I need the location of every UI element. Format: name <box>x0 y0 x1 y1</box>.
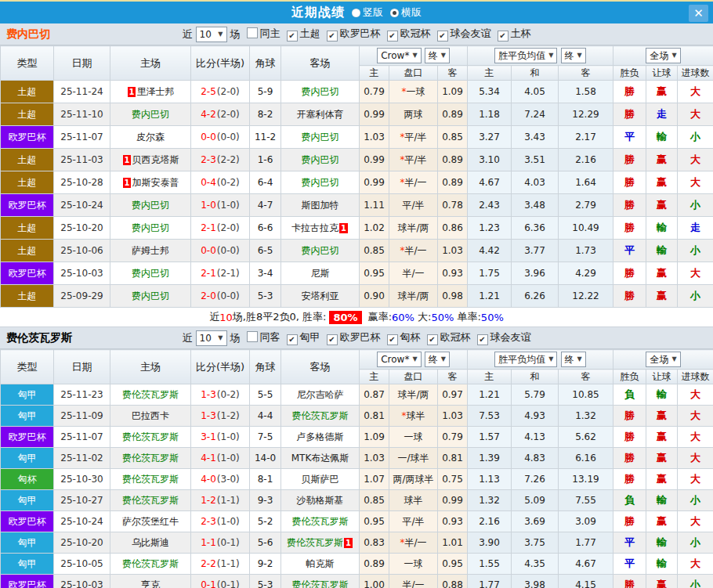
avg-home-win: 4.42 <box>468 240 512 262</box>
corner-score: 8-1 <box>250 469 281 490</box>
odds-home: 0.81 <box>360 406 389 427</box>
avg-home-win: 3.27 <box>468 126 512 149</box>
odds-home: 0.90 <box>360 285 389 308</box>
col-date: 日期 <box>54 350 110 384</box>
summary-text: 大: <box>414 310 432 324</box>
avg-type-select[interactable]: 胜平负均值▼ <box>494 352 557 367</box>
horizontal-radio-label[interactable]: 横版 <box>401 5 422 20</box>
result-wdl: 勝 <box>613 469 646 490</box>
avg-draw: 3.69 <box>512 511 559 532</box>
fulltime-score: 1-0 <box>201 200 216 211</box>
recent-count-select[interactable]: 10▼ <box>196 330 227 346</box>
result-handicap: 赢 <box>646 171 678 194</box>
col-avg-draw: 和 <box>512 370 559 384</box>
odds-company-select[interactable]: Crow*▼ <box>377 48 421 63</box>
col-handicap: 盘口 <box>389 370 438 384</box>
filter-checkbox-同客[interactable] <box>247 331 258 342</box>
col-corner: 角球 <box>250 46 281 81</box>
avg-type-select[interactable]: 胜平负均值▼ <box>494 48 557 63</box>
chevron-down-icon: ▼ <box>671 49 676 63</box>
col-avg-home: 主 <box>468 370 512 384</box>
avg-draw: 5.79 <box>512 384 559 406</box>
over-rate: 50% <box>431 312 454 323</box>
home-team: 乌比斯迪 <box>110 532 191 554</box>
avg-time-select[interactable]: 终▼ <box>561 352 586 367</box>
odds-away: 0.85 <box>438 126 468 149</box>
filter-checkbox-土超[interactable] <box>287 31 298 41</box>
filter-checkbox-匈甲[interactable] <box>287 334 298 345</box>
avg-draw: 4.03 <box>512 171 559 194</box>
home-team: 费伦茨瓦罗斯 <box>110 427 191 448</box>
filter-checkbox-球会友谊[interactable] <box>437 31 448 41</box>
corner-score: 5-3 <box>250 285 281 308</box>
corner-score: 5-6 <box>250 532 281 554</box>
avg-away-win: 2.16 <box>559 149 613 171</box>
avg-time-select[interactable]: 终▼ <box>561 48 586 63</box>
filter-checkbox-欧冠杯[interactable] <box>427 334 438 345</box>
result-wdl: 勝 <box>613 448 646 469</box>
filter-checkbox-土杯[interactable] <box>498 31 509 41</box>
fulltime-score: 4-2 <box>201 109 216 120</box>
odds-home: 0.89 <box>360 554 389 575</box>
fulltime-score: 1-3 <box>201 389 216 400</box>
away-team: MTK布达佩斯 <box>281 448 360 469</box>
home-team: 皮尔森 <box>110 126 191 149</box>
away-team: 费伦茨瓦罗斯 <box>281 575 360 588</box>
result-goals: 小 <box>678 240 713 262</box>
col-result-goals: 进球数 <box>678 66 713 81</box>
odds-time-select[interactable]: 终▼ <box>425 352 450 367</box>
avg-away-win: 1.64 <box>559 171 613 194</box>
home-team: 巴拉西卡 <box>110 406 191 427</box>
filter-label: 欧冠杯 <box>440 331 471 343</box>
vertical-radio[interactable] <box>352 9 360 17</box>
avg-draw: 6.26 <box>512 285 559 308</box>
halftime-score: (0-1) <box>217 537 240 548</box>
handicap-line: *平/半 <box>389 126 438 149</box>
col-away: 客场 <box>281 350 360 384</box>
halftime-score: (2-1) <box>217 268 240 279</box>
filter-label: 匈甲 <box>300 331 320 343</box>
filter-checkbox-欧罗巴杯[interactable] <box>327 31 338 41</box>
recent-count-select[interactable]: 10▼ <box>196 27 227 42</box>
odds-home: 0.95 <box>360 511 389 532</box>
match-score: 0-0(0-0) <box>191 126 250 149</box>
filter-checkbox-同主[interactable] <box>247 27 258 38</box>
col-score: 比分(半场) <box>191 46 250 81</box>
close-icon[interactable]: ✕ <box>689 5 708 22</box>
avg-type-value: 胜平负均值 <box>498 49 545 63</box>
result-handicap: 赢 <box>646 427 678 448</box>
avg-away-win: 5.62 <box>559 427 613 448</box>
league-badge: 欧罗巴杯 <box>1 575 54 588</box>
scope-select[interactable]: 全场▼ <box>646 352 680 367</box>
odds-away: 0.93 <box>438 262 468 285</box>
handicap-line: 球半/两 <box>389 285 438 308</box>
result-wdl: 負 <box>613 490 646 511</box>
odds-home: 1.11 <box>360 194 389 217</box>
odds-time-select[interactable]: 终▼ <box>425 48 450 63</box>
red-card-badge: 1 <box>123 178 132 188</box>
horizontal-radio[interactable] <box>390 9 399 17</box>
handicap-line: 半/一 <box>389 262 438 285</box>
corner-score: 8-2 <box>250 103 281 126</box>
avg-home-win: 1.21 <box>468 285 512 308</box>
odds-home: 0.85 <box>360 490 389 511</box>
away-team: 费伦茨瓦罗斯 <box>281 511 360 532</box>
filter-checkbox-欧冠杯[interactable] <box>387 31 398 41</box>
filter-checkbox-匈杯[interactable] <box>387 334 398 345</box>
avg-home-win: 1.13 <box>468 469 512 490</box>
result-goals: 小 <box>678 490 713 511</box>
avg-home-win: 1.39 <box>468 448 512 469</box>
result-handicap: 赢 <box>646 81 678 103</box>
match-date: 25-11-07 <box>54 126 110 149</box>
away-team: 费内巴切 <box>281 81 360 103</box>
changed-line-star: * <box>400 537 404 548</box>
scope-select[interactable]: 全场▼ <box>646 48 680 63</box>
filter-checkbox-球会友谊[interactable] <box>477 334 488 345</box>
odds-home: 0.79 <box>360 81 389 103</box>
vertical-radio-label[interactable]: 竖版 <box>363 5 383 20</box>
odds-company-select[interactable]: Crow*▼ <box>377 352 421 367</box>
fulltime-score: 0-0 <box>201 245 216 256</box>
league-badge: 匈甲 <box>1 532 54 554</box>
summary-text: 场,胜8平2负0, 胜率: <box>233 310 327 324</box>
filter-checkbox-欧罗巴杯[interactable] <box>327 334 338 345</box>
